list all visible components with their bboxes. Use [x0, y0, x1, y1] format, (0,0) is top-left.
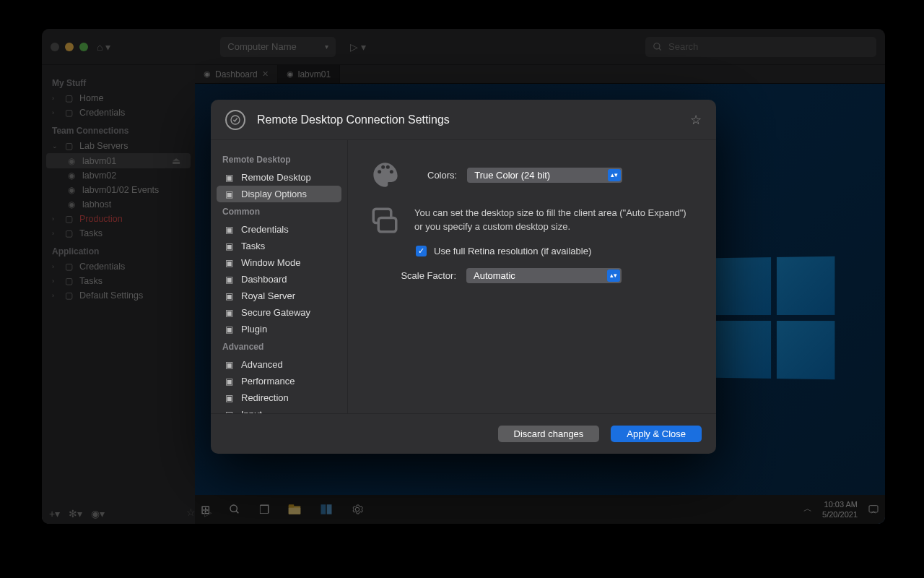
- modal-nav-label: Window Mode: [241, 257, 300, 268]
- svg-rect-12: [378, 218, 396, 232]
- modal-nav-label: Tasks: [241, 241, 265, 251]
- colors-value: True Color (24 bit): [474, 170, 550, 181]
- modal-nav-item[interactable]: ▣Redirection: [217, 389, 341, 406]
- modal-nav-label: Performance: [241, 376, 295, 387]
- modal-nav-label: Redirection: [241, 392, 289, 403]
- modal-nav-item[interactable]: ▣Royal Server: [217, 288, 341, 304]
- modal-content: Colors: True Color (24 bit) ▴▾ You can s…: [348, 140, 716, 413]
- modal-nav-label: Secure Gateway: [241, 307, 310, 318]
- modal-nav-label: Dashboard: [241, 274, 287, 285]
- modal-nav-item[interactable]: ▣Display Options: [217, 186, 341, 202]
- display-icon: ▣: [224, 189, 234, 199]
- tools-icon: ▣: [224, 360, 234, 370]
- perf-icon: ▣: [224, 376, 234, 387]
- colors-label: Colors:: [427, 170, 457, 181]
- window-icon: ▣: [224, 258, 234, 268]
- size-description: You can set the desktop size to fill the…: [414, 207, 694, 234]
- scale-value: Automatic: [474, 270, 515, 281]
- modal-nav-group: Common: [217, 202, 341, 221]
- modal-nav-item[interactable]: ▣Window Mode: [217, 254, 341, 271]
- modal-nav-group: Remote Desktop: [217, 150, 341, 169]
- modal-nav-item[interactable]: ▣Advanced: [217, 356, 341, 373]
- modal-nav-label: Credentials: [241, 224, 289, 235]
- favorite-star-icon[interactable]: ☆: [690, 112, 702, 128]
- key-icon: ▣: [224, 225, 234, 235]
- rdp-icon: ▣: [224, 173, 234, 183]
- modal-nav-item[interactable]: ▣Dashboard: [217, 271, 341, 288]
- discard-button[interactable]: Discard changes: [498, 426, 600, 442]
- modal-nav-label: Advanced: [241, 359, 283, 370]
- modal-header: Remote Desktop Connection Settings ☆: [211, 100, 716, 140]
- retina-checkbox[interactable]: ✓: [416, 246, 427, 256]
- modal-nav-label: Plugin: [241, 324, 267, 335]
- modal-nav-label: Remote Desktop: [241, 172, 311, 183]
- modal-nav-item[interactable]: ▣Performance: [217, 373, 341, 389]
- colors-select[interactable]: True Color (24 bit) ▴▾: [467, 168, 622, 183]
- modal-nav-label: Display Options: [241, 189, 307, 199]
- modal-nav-label: Royal Server: [241, 290, 295, 301]
- apply-close-button[interactable]: Apply & Close: [611, 426, 702, 442]
- rdp-icon: [225, 110, 245, 130]
- modal-nav-item[interactable]: ▣Plugin: [217, 321, 341, 337]
- modal-nav-group: Advanced: [217, 337, 341, 356]
- modal-nav-item[interactable]: ▣Tasks: [217, 238, 341, 254]
- retina-checkbox-row[interactable]: ✓ Use full Retina resolution (if availab…: [416, 246, 694, 256]
- palette-icon: [370, 159, 401, 191]
- dashboard-icon: ▣: [224, 275, 234, 285]
- plugin-icon: ▣: [224, 324, 234, 335]
- redir-icon: ▣: [224, 393, 234, 403]
- modal-footer: Discard changes Apply & Close: [211, 413, 716, 454]
- windows-stack-icon: [370, 205, 400, 236]
- settings-modal: Remote Desktop Connection Settings ☆ Rem…: [211, 100, 716, 454]
- modal-nav-item[interactable]: ▣Input: [217, 406, 341, 413]
- scale-select[interactable]: Automatic ▴▾: [466, 268, 622, 283]
- retina-checkbox-label: Use full Retina resolution (if available…: [434, 246, 591, 256]
- tasks-icon: ▣: [224, 241, 234, 251]
- modal-nav-item[interactable]: ▣Secure Gateway: [217, 304, 341, 321]
- modal-nav-item[interactable]: ▣Remote Desktop: [217, 169, 341, 186]
- modal-title: Remote Desktop Connection Settings: [257, 113, 450, 126]
- scale-label: Scale Factor:: [391, 270, 456, 281]
- chevron-updown-icon: ▴▾: [610, 272, 617, 279]
- chevron-updown-icon: ▴▾: [611, 172, 618, 178]
- shield-icon: ▣: [224, 308, 234, 318]
- server-icon: ▣: [224, 291, 234, 301]
- modal-nav: Remote Desktop▣Remote Desktop▣Display Op…: [211, 140, 348, 413]
- modal-nav-item[interactable]: ▣Credentials: [217, 221, 341, 238]
